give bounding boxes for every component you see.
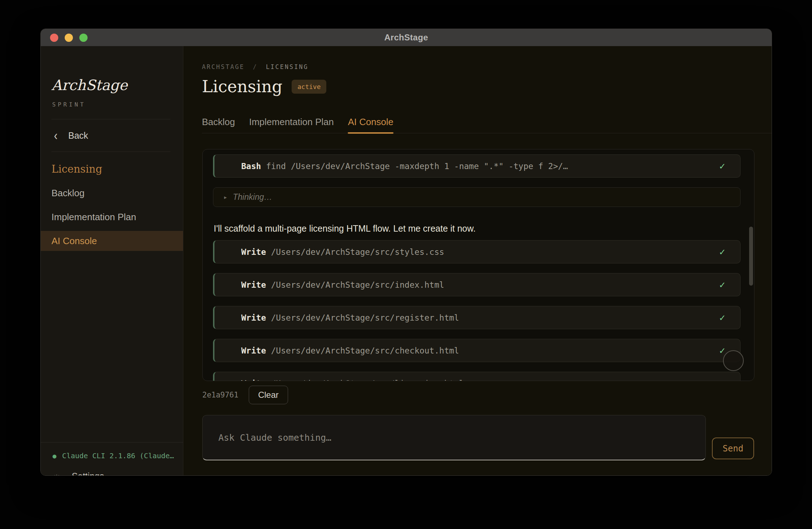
- tab-backlog[interactable]: Backlog: [202, 117, 235, 133]
- check-icon: ✓: [719, 246, 725, 257]
- tool-call-write-register[interactable]: Write /Users/dev/ArchStage/src/register.…: [213, 306, 741, 329]
- back-label: Back: [68, 130, 88, 141]
- session-id: 2e1a9761: [202, 391, 238, 399]
- tool-argument: /Users/dev/ArchStage/src/index.html: [271, 280, 444, 290]
- tool-argument: /Users/dev/ArchStage/src/styles.css: [271, 247, 444, 257]
- tool-argument: /Users/dev/ArchStage/src/licensing.html: [271, 379, 464, 381]
- prompt-input[interactable]: [202, 415, 706, 460]
- tool-call-bash[interactable]: Bash find /Users/dev/ArchStage -maxdepth…: [213, 154, 741, 178]
- tool-name: Write: [241, 379, 266, 381]
- close-window-button[interactable]: [50, 34, 58, 42]
- tool-argument: /Users/dev/ArchStage/src/checkout.html: [271, 346, 459, 355]
- sun-icon: ☼: [53, 471, 61, 476]
- thinking-toggle[interactable]: ▸ Thinking…: [213, 187, 741, 207]
- page-title: Licensing: [202, 77, 282, 96]
- breadcrumb: ARCHSTAGE / LICENSING: [202, 63, 308, 70]
- tool-name: Write: [241, 247, 266, 257]
- divider: [41, 442, 183, 443]
- tool-name: Write: [241, 346, 266, 355]
- breadcrumb-separator: /: [253, 63, 257, 70]
- window-title: ArchStage: [384, 33, 428, 43]
- status-badge: active: [292, 80, 326, 94]
- divider: [51, 119, 170, 119]
- tool-name: Write: [241, 280, 266, 290]
- sidebar-item-label: Implementation Plan: [51, 212, 136, 223]
- main-content: ARCHSTAGE / LICENSING Licensing active B…: [183, 46, 772, 475]
- sidebar-item-implementation-plan[interactable]: Implementation Plan: [41, 207, 183, 227]
- breadcrumb-current: LICENSING: [266, 63, 308, 70]
- scrollbar-thumb[interactable]: [749, 227, 753, 286]
- sidebar-item-label: Licensing: [51, 163, 102, 175]
- tab-ai-console[interactable]: AI Console: [348, 117, 393, 133]
- settings-button[interactable]: ☼ Settings: [53, 469, 104, 476]
- sidebar-nav: Licensing Backlog Implementation Plan AI…: [41, 159, 183, 251]
- tool-call-write-clipped[interactable]: Write /Users/dev/ArchStage/src/licensing…: [213, 372, 741, 381]
- traffic-lights: [50, 29, 88, 46]
- sidebar-item-ai-console[interactable]: AI Console: [41, 231, 183, 251]
- console-scroll-area[interactable]: Bash find /Users/dev/ArchStage -maxdepth…: [203, 149, 754, 381]
- divider: [51, 152, 170, 152]
- composer: [202, 415, 706, 460]
- status-dot-icon: ●: [53, 452, 56, 460]
- tool-argument: /Users/dev/ArchStage/src/register.html: [271, 313, 459, 322]
- sidebar-item-label: AI Console: [51, 236, 97, 247]
- title-row: Licensing active: [202, 77, 326, 96]
- sidebar-item-licensing[interactable]: Licensing: [41, 159, 183, 179]
- check-icon: ✓: [719, 279, 725, 290]
- thinking-label: Thinking…: [233, 192, 272, 202]
- check-icon: ✓: [719, 312, 725, 323]
- tool-name: Write: [241, 313, 266, 322]
- app-logo: ArchStage: [51, 77, 128, 93]
- back-button[interactable]: ‹ Back: [54, 128, 88, 143]
- cli-status-text: Claude CLI 2.1.86 (Claude…: [62, 451, 174, 460]
- session-row: 2e1a9761 Clear: [202, 386, 288, 404]
- check-icon: ✓: [719, 378, 725, 381]
- scroll-to-bottom-button[interactable]: [723, 350, 744, 371]
- sidebar-item-label: Backlog: [51, 188, 85, 199]
- breadcrumb-parent[interactable]: ARCHSTAGE: [202, 63, 244, 70]
- tool-name: Bash: [241, 162, 261, 171]
- chevron-left-icon: ‹: [54, 129, 58, 142]
- send-button[interactable]: Send: [712, 437, 754, 459]
- sidebar-item-backlog[interactable]: Backlog: [41, 183, 183, 203]
- tool-call-write-index[interactable]: Write /Users/dev/ArchStage/src/index.htm…: [213, 273, 741, 296]
- check-icon: ✓: [719, 160, 725, 172]
- app-window: ArchStage ArchStage SPRINT ‹ Back Licens…: [40, 29, 772, 476]
- check-icon: ✓: [719, 345, 725, 356]
- tab-bar: Backlog Implementation Plan AI Console: [202, 117, 772, 133]
- sidebar: ArchStage SPRINT ‹ Back Licensing Backlo…: [41, 46, 183, 475]
- tool-call-write-styles[interactable]: Write /Users/dev/ArchStage/src/styles.cs…: [213, 240, 741, 263]
- ai-console-log: Bash find /Users/dev/ArchStage -maxdepth…: [202, 149, 754, 381]
- window-titlebar: ArchStage: [41, 29, 772, 46]
- cli-status: ● Claude CLI 2.1.86 (Claude…: [53, 449, 174, 463]
- caret-right-icon: ▸: [224, 194, 227, 201]
- assistant-message: I'll scaffold a multi-page licensing HTM…: [214, 223, 741, 234]
- clear-button[interactable]: Clear: [249, 386, 288, 404]
- zoom-window-button[interactable]: [79, 34, 88, 42]
- tool-call-write-checkout[interactable]: Write /Users/dev/ArchStage/src/checkout.…: [213, 339, 741, 362]
- settings-label: Settings: [72, 471, 104, 476]
- minimize-window-button[interactable]: [65, 34, 73, 42]
- app-subtitle: SPRINT: [52, 101, 86, 108]
- tool-argument: find /Users/dev/ArchStage -maxdepth 1 -n…: [266, 162, 568, 171]
- tab-implementation-plan[interactable]: Implementation Plan: [249, 117, 334, 133]
